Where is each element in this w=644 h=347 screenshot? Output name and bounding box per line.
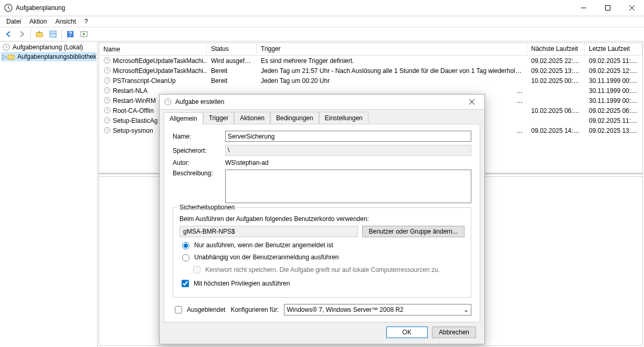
radio-any-input[interactable] bbox=[182, 254, 189, 261]
svg-line-37 bbox=[107, 120, 108, 121]
task-name: PSTranscript-CleanUp bbox=[113, 77, 176, 85]
task-next: 09.02.2025 22:27:16 bbox=[527, 57, 585, 65]
check-no-password: Kennwort nicht speichern. Die Aufgabe gr… bbox=[191, 265, 464, 275]
radio-logged-on-input[interactable] bbox=[182, 242, 189, 249]
task-header: Name Status Trigger Nächste Laufzeit Let… bbox=[99, 43, 642, 56]
maximize-button[interactable] bbox=[596, 0, 620, 16]
task-next: 10.02.2025 00:20:00 bbox=[527, 77, 585, 85]
tab-trigger[interactable]: Trigger bbox=[203, 112, 235, 124]
task-name: Setup-sysmon bbox=[113, 127, 153, 134]
tree-library[interactable]: ▷ Aufgabenplanungsbibliothek bbox=[1, 52, 96, 61]
close-button[interactable] bbox=[620, 0, 644, 16]
col-last[interactable]: Letzte Laufzeit bbox=[585, 43, 642, 55]
menu-view[interactable]: Ansicht bbox=[51, 17, 80, 26]
clock-icon bbox=[103, 117, 112, 125]
description-input[interactable] bbox=[225, 170, 471, 203]
create-task-dialog: Aufgabe erstellen Allgemein Trigger Akti… bbox=[159, 94, 485, 344]
svg-line-2 bbox=[8, 8, 10, 9]
configure-for-select[interactable]: Windows® 7, Windows Server™ 2008 R2 ⌄ bbox=[284, 304, 471, 316]
forward-button[interactable] bbox=[16, 28, 28, 40]
task-last: 09.02.2025 13:00: bbox=[585, 127, 642, 135]
radio-logged-on[interactable]: Nur ausführen, wenn der Benutzer angemel… bbox=[180, 240, 464, 249]
task-last: 30.11.1999 00:00: bbox=[585, 87, 642, 95]
clock-icon bbox=[103, 67, 112, 75]
clock-icon bbox=[103, 107, 112, 115]
menu-help[interactable]: ? bbox=[80, 17, 92, 26]
ok-button[interactable]: OK bbox=[386, 327, 428, 338]
author-value: WS\stephan-ad bbox=[225, 159, 269, 166]
tab-conditions[interactable]: Bedingungen bbox=[270, 112, 319, 124]
menu-action[interactable]: Aktion bbox=[25, 17, 51, 26]
chevron-right-icon: ▷ bbox=[2, 53, 7, 60]
task-name: Restart-WinRM bbox=[113, 97, 156, 104]
user-account-field: gMSA-BMR-NPS$ bbox=[180, 226, 358, 237]
col-trigger[interactable]: Trigger bbox=[257, 43, 527, 55]
task-last: 30.11.1999 00:00: bbox=[585, 97, 642, 105]
run-as-text: Beim Ausführen der Aufgaben folgendes Be… bbox=[180, 215, 464, 223]
tab-settings[interactable]: Einstellungen bbox=[319, 112, 368, 124]
menubar: Datei Aktion Ansicht ? bbox=[0, 16, 644, 27]
task-name: Setup-ElasticAg bbox=[113, 117, 157, 124]
location-value: \ bbox=[225, 145, 471, 156]
clock-icon bbox=[103, 127, 112, 135]
check-hidden[interactable]: Ausgeblendet bbox=[173, 304, 225, 315]
check-highest-priv[interactable]: Mit höchsten Privilegien ausführen bbox=[180, 278, 464, 289]
task-status bbox=[207, 90, 257, 91]
dialog-close-button[interactable] bbox=[463, 94, 480, 109]
check-no-password-input bbox=[193, 266, 200, 274]
task-next bbox=[527, 120, 585, 121]
minimize-button[interactable] bbox=[572, 0, 596, 16]
check-hidden-label: Ausgeblendet bbox=[187, 306, 225, 313]
radio-logged-on-label: Nur ausführen, wenn der Benutzer angemel… bbox=[194, 241, 333, 249]
svg-line-40 bbox=[107, 130, 108, 131]
description-label: Beschreibung: bbox=[173, 170, 225, 177]
tab-general[interactable]: Allgemein bbox=[164, 112, 203, 124]
check-hidden-input[interactable] bbox=[175, 306, 182, 313]
view-panel-icon[interactable] bbox=[47, 28, 59, 40]
window-title: Aufgabenplanung bbox=[16, 4, 572, 12]
table-row[interactable]: MicrosoftEdgeUpdateTaskMachi...Wird ausg… bbox=[99, 56, 642, 66]
task-last: 09.02.2025 12:57: bbox=[585, 67, 642, 75]
tree-root[interactable]: Aufgabenplanung (Lokal) bbox=[1, 43, 96, 52]
tab-actions[interactable]: Aktionen bbox=[234, 112, 270, 124]
table-row[interactable]: PSTranscript-CleanUpBereitJeden Tag um 0… bbox=[99, 76, 642, 86]
svg-line-28 bbox=[107, 90, 108, 91]
task-name: MicrosoftEdgeUpdateTaskMachi... bbox=[113, 67, 207, 75]
folder-up-icon[interactable] bbox=[33, 28, 46, 40]
run-icon[interactable] bbox=[78, 28, 90, 40]
svg-line-34 bbox=[107, 110, 108, 111]
task-last: 30.11.1999 00:00: bbox=[585, 77, 642, 85]
clock-icon bbox=[103, 57, 112, 65]
help-icon[interactable]: ? bbox=[64, 28, 77, 40]
back-button[interactable] bbox=[2, 28, 15, 40]
change-user-button[interactable]: Benutzer oder Gruppe ändern... bbox=[362, 226, 464, 237]
task-next: 09.02.2025 13:57:16 bbox=[527, 67, 585, 75]
clock-icon bbox=[103, 87, 112, 95]
name-input[interactable] bbox=[225, 131, 471, 142]
col-name[interactable]: Name bbox=[99, 43, 207, 55]
col-next[interactable]: Nächste Laufzeit bbox=[527, 43, 585, 55]
radio-any-label: Unabhängig von der Benutzeranmeldung aus… bbox=[194, 254, 339, 261]
svg-rect-8 bbox=[50, 31, 56, 37]
task-name: Restart-NLA bbox=[113, 87, 147, 94]
check-highest-priv-input[interactable] bbox=[182, 280, 189, 287]
dialog-tabs: Allgemein Trigger Aktionen Bedingungen E… bbox=[160, 110, 484, 124]
security-groupbox: Sicherheitsoptionen Beim Ausführen der A… bbox=[173, 207, 471, 298]
cancel-button[interactable]: Abbrechen bbox=[432, 327, 476, 338]
table-row[interactable]: MicrosoftEdgeUpdateTaskMachi...BereitJed… bbox=[99, 66, 642, 76]
task-name: MicrosoftEdgeUpdateTaskMachi... bbox=[113, 57, 207, 65]
svg-text:?: ? bbox=[68, 30, 72, 38]
svg-line-31 bbox=[107, 100, 108, 101]
check-highest-priv-label: Mit höchsten Privilegien ausführen bbox=[194, 280, 290, 287]
tree-root-label: Aufgabenplanung (Lokal) bbox=[13, 44, 83, 51]
clock-icon bbox=[164, 98, 172, 106]
col-status[interactable]: Status bbox=[207, 43, 257, 55]
configure-value: Windows® 7, Windows Server™ 2008 R2 bbox=[287, 306, 403, 313]
svg-line-43 bbox=[168, 102, 169, 102]
menu-file[interactable]: Datei bbox=[2, 17, 25, 26]
window-titlebar: Aufgabenplanung bbox=[0, 0, 644, 16]
task-status: Wird ausgeführt bbox=[207, 57, 257, 65]
radio-any[interactable]: Unabhängig von der Benutzeranmeldung aus… bbox=[180, 253, 464, 261]
security-group-title: Sicherheitsoptionen bbox=[177, 204, 237, 211]
task-trigger: Jeden Tag um 21:57 Uhr - Nach Auslösung … bbox=[257, 67, 527, 75]
